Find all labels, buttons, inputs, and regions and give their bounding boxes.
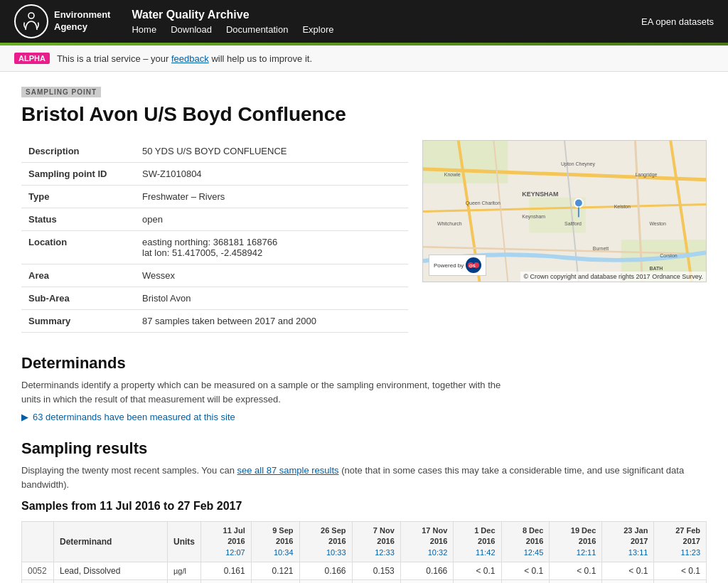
cell-code: 0052 — [22, 562, 54, 580]
th-date-0: 11 Jul 201612:07 — [201, 522, 252, 562]
cell-value: < 0.1 — [654, 562, 707, 580]
cell-value: 8.13 — [501, 580, 550, 583]
cell-value: 8.08 — [654, 580, 707, 583]
determinands-toggle[interactable]: ▶ 63 determinands have been measured at … — [21, 412, 707, 422]
alpha-badge: ALPHA — [14, 53, 50, 64]
cell-name: Lead, Dissolved — [54, 562, 168, 580]
nav-documentation[interactable]: Documentation — [226, 24, 288, 35]
cell-units: µg/l — [168, 562, 201, 580]
nav-download[interactable]: Download — [171, 24, 212, 35]
map-copyright: © Crown copyright and database rights 20… — [520, 272, 706, 282]
info-label: Summary — [21, 310, 135, 333]
th-date-8: 23 Jan 201713:11 — [602, 522, 654, 562]
cell-value: 0.166 — [400, 562, 454, 580]
logo-text: Environment Agency — [54, 9, 110, 33]
svg-text:Kelston: Kelston — [614, 204, 631, 209]
table-row: 0052Lead, Dissolvedµg/l0.1610.1210.1660.… — [22, 562, 707, 580]
map-section: KEYNSHAM Upton Cheyney Langridge Whitchu… — [422, 140, 707, 333]
info-value: open — [135, 208, 408, 231]
svg-text:KEYNSHAM: KEYNSHAM — [522, 191, 558, 198]
cell-value: < 0.1 — [602, 562, 654, 580]
info-map-section: Description50 YDS U/S BOYD CONFLUENCESam… — [21, 140, 707, 333]
info-row: Description50 YDS U/S BOYD CONFLUENCE — [21, 140, 408, 163]
info-label: Sub-Area — [21, 287, 135, 310]
th-date-7: 19 Dec 201612:11 — [550, 522, 602, 562]
alpha-message: This is a trial service – your feedback … — [57, 53, 312, 64]
info-label: Sampling point ID — [21, 163, 135, 186]
svg-text:BATH: BATH — [649, 266, 663, 271]
cell-value: 8.11 — [602, 580, 654, 583]
info-table-wrap: Description50 YDS U/S BOYD CONFLUENCESam… — [21, 140, 408, 333]
cell-value: 0.153 — [352, 562, 400, 580]
info-label: Location — [21, 231, 135, 264]
cell-value: 0.121 — [251, 562, 299, 580]
svg-text:Weston: Weston — [649, 221, 666, 226]
results-title: Sampling results — [21, 439, 707, 458]
th-date-3: 7 Nov 201612:33 — [352, 522, 400, 562]
th-date-5: 1 Dec 201611:42 — [454, 522, 501, 562]
info-row: Locationeasting northing: 368181 168766l… — [21, 231, 408, 264]
info-value: Freshwater – Rivers — [135, 186, 408, 208]
th-name: Determinand — [54, 522, 168, 562]
svg-text:Whitchurch: Whitchurch — [437, 221, 462, 226]
info-value: Wessex — [135, 264, 408, 287]
info-value: 50 YDS U/S BOYD CONFLUENCE — [135, 140, 408, 163]
th-date-4: 17 Nov 201610:32 — [400, 522, 454, 562]
svg-text:Saltford: Saltford — [564, 221, 582, 226]
nav-explore[interactable]: Explore — [302, 24, 333, 35]
samples-range: Samples from 11 Jul 2016 to 27 Feb 2017 — [21, 500, 707, 513]
svg-text:OS: OS — [469, 264, 476, 268]
svg-text:Burnett: Burnett — [593, 246, 609, 251]
info-value: SW-Z1010804 — [135, 163, 408, 186]
info-label: Description — [21, 140, 135, 163]
svg-text:Knowle: Knowle — [444, 172, 461, 177]
site-title: Water Quality Archive — [132, 9, 641, 21]
map-placeholder: KEYNSHAM Upton Cheyney Langridge Whitchu… — [422, 140, 707, 282]
header-right-link[interactable]: EA open datasets — [641, 16, 714, 27]
toggle-arrow: ▶ — [21, 412, 28, 422]
table-row: 0061pH8.328.098.117.7487.948.138.228.118… — [22, 580, 707, 583]
cell-value: 0.161 — [201, 562, 252, 580]
info-label: Area — [21, 264, 135, 287]
cell-value: 8.11 — [299, 580, 352, 583]
alpha-banner: ALPHA This is a trial service – your fee… — [0, 46, 728, 72]
info-label: Type — [21, 186, 135, 208]
info-row: Summary87 samples taken between 2017 and… — [21, 310, 408, 333]
info-label: Status — [21, 208, 135, 231]
determinands-count: 63 determinands have been measured at th… — [33, 412, 235, 422]
info-table: Description50 YDS U/S BOYD CONFLUENCESam… — [21, 140, 408, 333]
svg-text:Langridge: Langridge — [636, 172, 658, 178]
cell-units — [168, 580, 201, 583]
cell-value: < 0.1 — [454, 562, 501, 580]
svg-text:Corston: Corston — [660, 253, 677, 258]
cell-value: 8 — [400, 580, 454, 583]
cell-code: 0061 — [22, 580, 54, 583]
main-nav: Home Download Documentation Explore — [132, 24, 641, 35]
svg-text:Upton Cheyney: Upton Cheyney — [561, 161, 595, 167]
nav-home[interactable]: Home — [132, 24, 156, 35]
cell-value: 0.166 — [299, 562, 352, 580]
th-units: Units — [168, 522, 201, 562]
page-title: Bristol Avon U/S Boyd Confluence — [21, 103, 707, 126]
th-date-6: 8 Dec 201612:45 — [501, 522, 550, 562]
see-all-results-link[interactable]: see all 87 sample results — [237, 465, 339, 476]
feedback-link[interactable]: feedback — [171, 53, 209, 64]
cell-value: 8.09 — [251, 580, 299, 583]
determinands-desc: Determinands identify a property which c… — [21, 378, 519, 406]
cell-name: pH — [54, 580, 168, 583]
svg-point-18 — [574, 199, 583, 208]
results-table-wrap: DeterminandUnits11 Jul 201612:079 Sep 20… — [21, 521, 707, 583]
cell-value: 8.32 — [201, 580, 252, 583]
info-value: easting northing: 368181 168766lat lon: … — [135, 231, 408, 264]
results-desc: Displaying the twenty most recent sample… — [21, 464, 707, 491]
th-date-9: 27 Feb 201711:23 — [654, 522, 707, 562]
th-code — [22, 522, 54, 562]
site-header: Environment Agency Water Quality Archive… — [0, 0, 728, 43]
info-value: 87 samples taken between 2017 and 2000 — [135, 310, 408, 333]
th-date-1: 9 Sep 201610:34 — [251, 522, 299, 562]
results-table: DeterminandUnits11 Jul 201612:079 Sep 20… — [21, 521, 707, 583]
svg-point-0 — [28, 13, 34, 18]
logo-icon — [14, 4, 48, 38]
cell-value: < 0.1 — [550, 562, 602, 580]
th-date-2: 26 Sep 201610:33 — [299, 522, 352, 562]
